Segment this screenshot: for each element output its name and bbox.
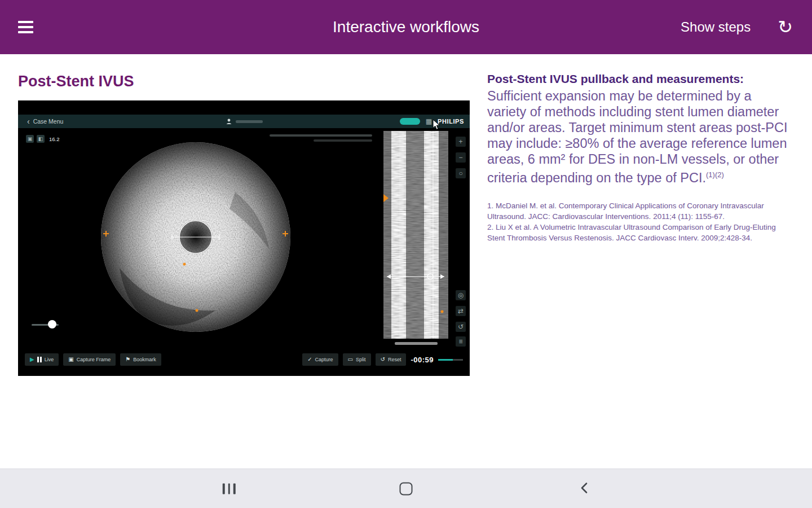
play-icon: ▶ (30, 357, 34, 362)
article: Post-Stent IVUS pullback and measurement… (487, 72, 788, 243)
layers-icon[interactable]: ≡ (456, 336, 466, 347)
app-title: Interactive workflows (333, 18, 479, 36)
playback-timer: -00:59 (411, 356, 434, 364)
patient-name-redacted (236, 120, 263, 123)
marker-dot-1 (183, 263, 186, 266)
references: 1. McDaniel M. et al. Contemporary Clini… (487, 200, 788, 243)
capture-frame-button[interactable]: ▣ Capture Frame (63, 353, 116, 366)
case-menu-back-button[interactable]: ‹ Case Menu (24, 115, 67, 128)
bookmark-button[interactable]: ⚑ Bookmark (120, 353, 161, 366)
refresh-icon[interactable]: ↻ (774, 17, 796, 37)
article-heading: Post-Stent IVUS pullback and measurement… (487, 72, 788, 86)
marker-dot-2 (196, 309, 198, 312)
back-icon[interactable] (574, 476, 594, 501)
ivus-top-bar: ‹ Case Menu ▦ PHILIPS (18, 115, 470, 128)
reset-icon: ↺ (381, 357, 385, 362)
citation-marks: (1)(2) (706, 170, 724, 179)
slider-knob[interactable] (48, 320, 56, 329)
article-body: Sufficient expansion may be determined b… (487, 88, 788, 186)
app-bar-actions: Show steps ↻ (677, 17, 796, 37)
show-steps-button[interactable]: Show steps (677, 19, 754, 36)
frame-icon: ▣ (68, 357, 73, 362)
chevron-left-icon: ‹ (27, 117, 30, 125)
ivus-longitudinal-view (383, 131, 448, 339)
case-menu-label: Case Menu (33, 118, 64, 125)
reference-2: 2. Liu X et al. A Volumetric Intravascul… (487, 222, 788, 243)
system-nav-bar (0, 468, 812, 508)
target-tool-icon[interactable]: ◎ (456, 290, 466, 300)
display-settings-icon[interactable]: ◧ (37, 135, 45, 143)
screen: Interactive workflows Show steps ↻ Post-… (0, 0, 812, 508)
ivus-top-right: ▦ PHILIPS (400, 115, 464, 128)
patient-info (226, 115, 263, 128)
pullback-scale-label-redacted (395, 342, 438, 345)
reference-1: 1. McDaniel M. et al. Contemporary Clini… (487, 200, 788, 222)
app-bar: Interactive workflows Show steps ↻ (0, 0, 812, 54)
ivus-player[interactable]: ‹ Case Menu ▦ PHILIPS ▣ ◧ 16.2 (18, 100, 470, 376)
user-icon (226, 118, 232, 125)
recents-icon[interactable] (218, 479, 240, 498)
ivus-cross-section-image (100, 141, 292, 333)
split-icon: ▭ (348, 357, 353, 362)
split-button[interactable]: ▭ Split (343, 353, 371, 366)
page-title: Post-Stent IVUS (18, 73, 134, 90)
display-mini-controls: ▣ ◧ 16.2 (26, 135, 60, 143)
reset-button[interactable]: ↺ Reset (376, 353, 407, 366)
live-button[interactable]: ▶ Live (25, 353, 59, 366)
image-zoom-slider[interactable] (32, 321, 59, 329)
home-icon[interactable] (395, 478, 417, 500)
mouse-cursor (433, 119, 440, 130)
zoom-out-icon[interactable]: − (456, 152, 466, 163)
grid-icon: ▦ (426, 118, 432, 125)
flag-icon: ⚑ (125, 357, 130, 362)
display-mode-icon[interactable]: ▣ (26, 135, 34, 143)
menu-icon[interactable] (15, 17, 37, 37)
undo-icon[interactable]: ↺ (456, 322, 466, 332)
frequency-label: 16.2 (49, 136, 60, 142)
status-pill[interactable] (400, 118, 420, 125)
tool-column: + − ○ ◎ ⇄ ↺ ≡ (456, 100, 467, 376)
circle-tool-icon[interactable]: ○ (456, 168, 466, 178)
zoom-in-icon[interactable]: + (456, 137, 466, 147)
check-icon: ✓ (307, 357, 312, 362)
ivus-bottom-toolbar: ▶ Live ▣ Capture Frame ⚑ Bookmark ✓ Capt… (25, 352, 463, 367)
swap-view-icon[interactable]: ⇄ (456, 306, 466, 316)
pause-icon (37, 357, 42, 362)
playback-progress[interactable] (438, 359, 463, 361)
capture-button[interactable]: ✓ Capture (302, 353, 338, 366)
